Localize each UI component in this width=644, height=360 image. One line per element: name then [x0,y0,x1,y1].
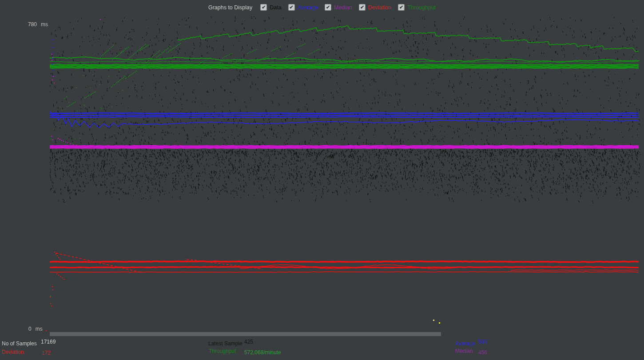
check-icon: ✔ [399,5,403,10]
graph-results-window: Graphs to Display ✔ Data ✔ Average ✔ Med… [0,0,644,360]
graphs-to-display-bar: Graphs to Display ✔ Data ✔ Average ✔ Med… [208,4,436,11]
latest-sample-label: Latest Sample [208,340,242,347]
throughput-label: Throughput [209,348,236,354]
median-value: 456 [478,349,487,356]
check-icon: ✔ [290,5,294,10]
deviation-checkbox-box[interactable]: ✔ [359,4,366,11]
average-checkbox-box[interactable]: ✔ [288,4,295,11]
graph-plot-canvas [0,0,644,360]
no-of-samples-value: 17169 [41,339,56,345]
check-icon: ✔ [262,5,266,10]
throughput-value: 572,068/minute [244,349,281,356]
graphs-to-display-label: Graphs to Display [208,4,252,11]
y-axis-unit: ms [36,326,43,332]
deviation-checkbox-label: Deviation [368,4,391,11]
y-axis-min-value: 0 [28,326,32,332]
checkbox-median[interactable]: ✔ Median [325,4,352,11]
checkbox-throughput[interactable]: ✔ Throughput [398,4,436,11]
y-axis-min-label: 0ms [28,326,43,332]
throughput-checkbox-box[interactable]: ✔ [398,4,405,11]
y-axis-max-value: 780 [28,21,37,28]
throughput-checkbox-label: Throughput [407,4,436,11]
median-checkbox-box[interactable]: ✔ [325,4,331,11]
average-value: 539 [478,339,487,345]
data-checkbox-box[interactable]: ✔ [260,4,267,11]
deviation-label: Deviation [2,349,24,355]
horizontal-scrollbar[interactable] [50,332,441,336]
check-icon: ✔ [360,5,364,10]
deviation-value: 172 [42,350,51,356]
no-of-samples-label: No of Samples [2,340,37,347]
median-checkbox-label: Median [334,4,352,11]
checkbox-average[interactable]: ✔ Average [288,4,318,11]
average-label: Average [455,340,475,347]
checkbox-data[interactable]: ✔ Data [260,4,281,11]
y-axis-unit: ms [41,21,48,28]
median-label: Median [455,348,473,354]
average-checkbox-label: Average [298,4,318,11]
checkbox-deviation[interactable]: ✔ Deviation [359,4,391,11]
check-icon: ✔ [326,5,330,10]
latest-sample-value: 425 [244,339,253,345]
y-axis-max-label: 780ms [28,21,48,28]
data-checkbox-label: Data [270,4,281,11]
